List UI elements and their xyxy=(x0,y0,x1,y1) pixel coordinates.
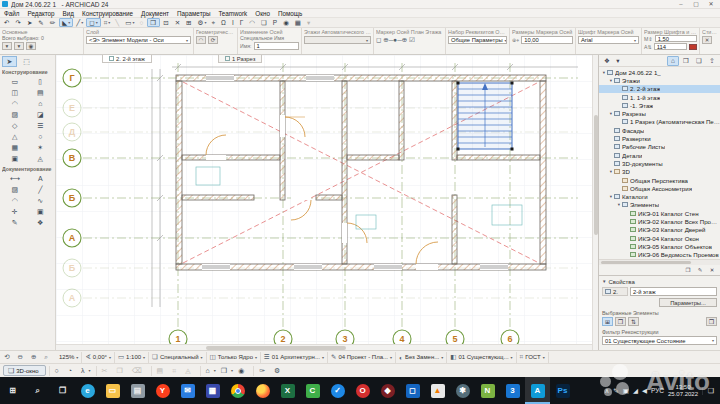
taskbar-app-icon[interactable]: e xyxy=(75,377,100,404)
taskbar-app-icon[interactable]: 3 xyxy=(500,377,525,404)
taskbar-app-icon[interactable]: ▭ xyxy=(100,377,125,404)
taskbar-app-icon[interactable]: ❐ xyxy=(50,377,75,404)
stair-selected[interactable] xyxy=(457,82,514,151)
menu-item[interactable]: Параметры xyxy=(173,10,215,17)
toolbar-icon[interactable]: ✕ xyxy=(173,18,183,27)
quick-option[interactable]: ◫Только Ядро▾ xyxy=(207,352,261,363)
taskbar-app-icon[interactable] xyxy=(225,377,250,404)
design-tool[interactable]: ▣ xyxy=(2,153,28,164)
document-tool[interactable]: ▨ xyxy=(2,184,28,195)
menu-item[interactable]: Вид xyxy=(59,10,78,17)
document-tool[interactable]: ⟷ xyxy=(2,173,28,184)
tree-item[interactable]: ▾ Разрезы xyxy=(599,109,720,117)
navigator-pin-icon[interactable]: ❖ xyxy=(601,56,613,66)
tree-item[interactable]: Детали xyxy=(599,151,720,159)
view-mode-button[interactable]: ❐▾ xyxy=(219,365,235,376)
menu-item[interactable]: Конструирование xyxy=(78,10,137,17)
design-tool[interactable]: ◫ xyxy=(2,87,28,98)
toolbar-icon[interactable]: ◻▾ xyxy=(86,18,100,27)
tree-item[interactable]: 2. 2-й этаж xyxy=(599,85,720,93)
geometry-variant-icon[interactable]: ◠ xyxy=(196,36,206,44)
view-mode-button[interactable]: ❐ xyxy=(114,365,128,376)
tree-item[interactable]: 3D-документы xyxy=(599,159,720,167)
view-mode-button[interactable]: ⚙ xyxy=(272,365,286,376)
document-tool[interactable]: A xyxy=(28,173,54,184)
grid-marker-preview[interactable]: ◻ ⊕─●─⊕ ☑ xyxy=(376,36,443,44)
toolbar-icon[interactable]: ➤ xyxy=(25,18,35,27)
view-mode-button[interactable] xyxy=(96,366,97,376)
notification-icon[interactable]: ❏ xyxy=(702,387,716,395)
tree-action-button[interactable]: ❐ xyxy=(683,266,693,274)
battery-icon[interactable]: ▣ xyxy=(623,387,629,395)
tree-item[interactable]: Общая Перспектива xyxy=(599,176,720,184)
view-tab[interactable]: 2. 2-й этаж xyxy=(102,55,152,63)
menu-item[interactable]: Окно xyxy=(251,10,274,17)
story-name-input[interactable]: 2-й этаж xyxy=(630,287,717,296)
quick-option[interactable]: ∢0,00°▾ xyxy=(82,352,115,363)
toolbar-icon[interactable]: ○ xyxy=(137,18,146,27)
design-tool[interactable]: ○ xyxy=(28,131,54,142)
design-tool[interactable]: ◬ xyxy=(28,153,54,164)
toolbar-icon[interactable]: Ω xyxy=(219,18,229,27)
view-mode-button[interactable]: ▤ xyxy=(155,365,170,376)
font-size-input[interactable]: 1,50 xyxy=(655,35,697,42)
tree-item[interactable]: ▾ Элементы xyxy=(599,201,720,209)
close-button[interactable]: ✕ xyxy=(704,0,718,8)
tree-item[interactable]: Фасады xyxy=(599,126,720,134)
document-tool[interactable]: ∿ xyxy=(28,195,54,206)
view-mode-button[interactable]: ⌫ xyxy=(130,365,148,376)
parameters-button[interactable]: Параметры... xyxy=(659,298,717,307)
quick-option[interactable]: ⌗ГОСТ▾ xyxy=(517,352,549,363)
tree-item[interactable]: ▾ Дом 24.06.22 1_ xyxy=(599,68,720,76)
toolbar-icon[interactable]: ▭▾ xyxy=(123,18,136,27)
taskbar-app-icon[interactable] xyxy=(250,377,275,404)
selection-mode-button[interactable]: ⊞ xyxy=(602,317,613,326)
font-style-button[interactable]: ✕ xyxy=(702,36,712,44)
navigator-map-icon[interactable]: ❏ xyxy=(693,56,705,66)
taskbar-app-icon[interactable]: ▲ xyxy=(425,377,450,404)
tree-item[interactable]: ИКЭ-03 Каталог Дверей xyxy=(599,226,720,234)
taskbar-app-icon[interactable]: A xyxy=(525,377,550,404)
toolbar-icon[interactable]: ╲ xyxy=(113,18,122,27)
view-mode-button[interactable] xyxy=(49,366,50,376)
minimize-button[interactable]: – xyxy=(674,0,688,8)
quick-option[interactable]: ⊕ xyxy=(29,352,42,363)
navigator-map-icon[interactable]: ⇪ xyxy=(706,56,718,66)
taskbar-app-icon[interactable]: ✱ xyxy=(450,377,475,404)
tree-item[interactable]: ИКЭ-04 Каталог Окон xyxy=(599,234,720,242)
menu-item[interactable]: Редактор xyxy=(23,10,58,17)
toolbar-icon[interactable]: ╱▾ xyxy=(74,18,85,27)
quick-option[interactable]: ◧01 Существующ...▾ xyxy=(447,352,516,363)
toolbar-icon[interactable]: ⌖ xyxy=(209,18,218,27)
taskbar-app-icon[interactable]: ▤ xyxy=(125,377,150,404)
quick-option[interactable]: ✎04 Проект - Пла...▾ xyxy=(328,352,396,363)
navigator-map-icon[interactable]: ⌂ xyxy=(667,56,679,66)
tree-item[interactable]: ИКЭ-02 Каталог Всех Проемов xyxy=(599,217,720,225)
stories-select[interactable]: ▾ xyxy=(304,36,371,44)
design-tool[interactable]: ◪ xyxy=(28,109,54,120)
taskbar-app-icon[interactable]: X xyxy=(275,377,300,404)
view-mode-button[interactable]: λ▾ xyxy=(79,365,93,376)
toolbar-icon[interactable]: ▾ xyxy=(305,18,313,27)
toolbar-icon[interactable]: ◣▾ xyxy=(59,18,73,27)
document-tool[interactable]: ▣ xyxy=(28,206,54,217)
design-tool[interactable]: ☰ xyxy=(28,120,54,131)
toolbar-icon[interactable]: ◉ xyxy=(281,18,292,27)
view-mode-button[interactable] xyxy=(151,366,152,376)
layer-select[interactable]: <Э> Элемент Модели - Оси▾ xyxy=(86,36,191,44)
view-mode-button[interactable]: ✂ xyxy=(100,365,114,376)
tree-item[interactable]: Общая Аксонометрия xyxy=(599,184,720,192)
tree-item[interactable]: ИКЭ-05 Каталог Объектов xyxy=(599,242,720,250)
tree-item[interactable]: -1. Этаж xyxy=(599,101,720,109)
renovation-filter-select[interactable]: 01 Существующее Состояние▾ xyxy=(602,336,717,345)
pen-number-input[interactable]: 114 xyxy=(654,43,687,50)
selection-mode-button[interactable]: ⇅ xyxy=(628,317,639,326)
design-tool[interactable]: △ xyxy=(2,131,28,142)
clock[interactable]: 13:50 25.07.2022 xyxy=(668,384,698,398)
document-tool[interactable]: ◠ xyxy=(2,195,28,206)
toolbar-icon[interactable]: ✏ xyxy=(48,18,58,27)
design-tool[interactable]: ▤ xyxy=(28,87,54,98)
taskbar-app-icon[interactable]: Y xyxy=(150,377,175,404)
marker-attrs-select[interactable]: Общие Параметры▾ xyxy=(448,36,507,44)
design-tool[interactable]: ◠ xyxy=(2,98,28,109)
